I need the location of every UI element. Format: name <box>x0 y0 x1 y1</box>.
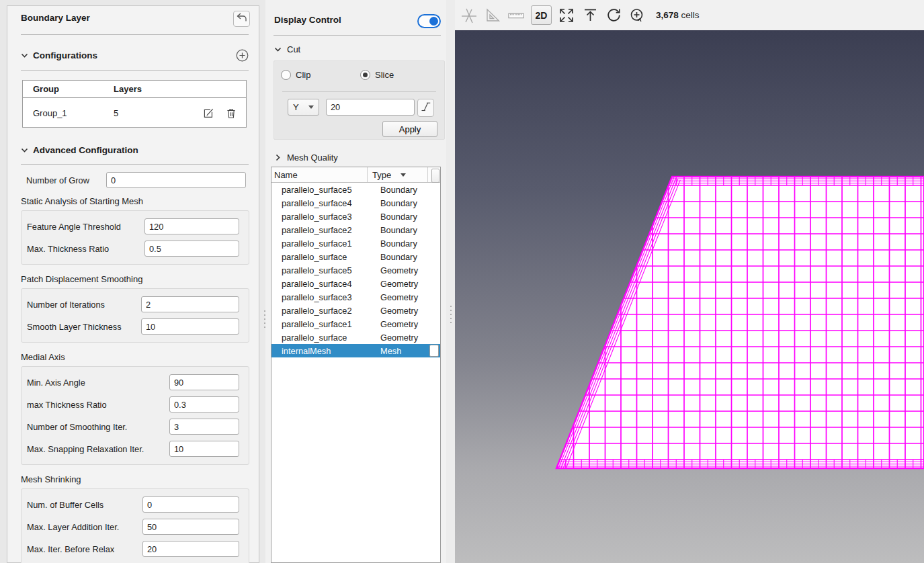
row-type: Boundary <box>380 212 440 222</box>
type-column-header[interactable]: Type <box>368 167 428 182</box>
table-row[interactable]: parallelo_surfaceGeometry <box>271 331 440 344</box>
row-type: Geometry <box>380 279 440 289</box>
axis-select[interactable]: Y <box>288 99 319 116</box>
field-label: Feature Angle Threshold <box>27 222 144 232</box>
reset-rotation-icon[interactable] <box>605 7 622 24</box>
table-row[interactable]: parallelo_surface2Geometry <box>271 304 440 317</box>
field-input[interactable] <box>141 296 239 312</box>
zoom-reset-icon[interactable] <box>628 7 646 24</box>
cut-value-input[interactable] <box>326 99 415 116</box>
flip-plane-icon <box>421 101 431 115</box>
splitter-handle[interactable] <box>448 306 454 323</box>
render-viewport[interactable] <box>455 30 924 563</box>
top-view-icon[interactable] <box>581 7 599 24</box>
slice-radio[interactable]: Slice <box>360 70 394 80</box>
fit-view-icon[interactable] <box>558 7 575 24</box>
number-of-grow-row: Number of Grow <box>26 172 246 188</box>
advanced-groups: Static Analysis of Starting MeshFeature … <box>21 196 249 563</box>
chevron-right-icon <box>274 154 281 161</box>
field-label: Max. Snapping Relaxation Iter. <box>27 444 169 454</box>
table-row[interactable]: parallelo_surface3Geometry <box>271 290 440 304</box>
group-box: Min. Axis Anglemax Thickness RatioNumber… <box>21 366 249 465</box>
field-label: Num. of Buffer Cells <box>27 500 142 510</box>
table-row[interactable]: parallelo_surface4Geometry <box>271 277 440 290</box>
surface-table: Name Type parallelo_surface5Boundarypara… <box>271 167 441 563</box>
field-label: Max. Thickness Ratio <box>27 244 144 254</box>
row-type: Geometry <box>380 333 440 343</box>
field-input[interactable] <box>144 241 239 257</box>
color-swatch[interactable] <box>429 345 439 357</box>
row-name: parallelo_surface1 <box>271 319 380 329</box>
table-row[interactable]: parallelo_surfaceBoundary <box>271 250 440 263</box>
row-type: Boundary <box>380 239 440 249</box>
table-row[interactable]: internalMeshMesh <box>271 344 440 357</box>
display-toggle[interactable] <box>417 14 441 28</box>
layers-column-header: Layers <box>114 84 246 94</box>
row-name: parallelo_surface2 <box>271 306 380 316</box>
advanced-section-header[interactable]: Advanced Configuration <box>21 142 249 157</box>
field-input[interactable] <box>141 318 239 335</box>
panel-title: Display Control <box>274 15 341 25</box>
table-row[interactable]: Group_1 5 <box>23 98 246 128</box>
axis-value: Y <box>293 102 299 112</box>
group-box: Feature Angle ThresholdMax. Thickness Ra… <box>21 210 249 265</box>
field-label: Max. Layer Addition Iter. <box>27 522 142 532</box>
row-name: parallelo_surface3 <box>271 292 380 302</box>
application-window: Boundary Layer Configurations Gro <box>0 0 924 563</box>
table-row[interactable]: parallelo_surface1Geometry <box>271 317 440 331</box>
divider <box>21 34 249 35</box>
set-square-icon <box>484 7 501 24</box>
configurations-section-header[interactable]: Configurations <box>21 48 249 62</box>
field-input[interactable] <box>169 441 239 457</box>
clip-label: Clip <box>296 70 310 80</box>
table-row[interactable]: parallelo_surface5Geometry <box>271 263 440 277</box>
row-name: parallelo_surface <box>271 252 380 262</box>
field-row: Min. Axis Angle <box>27 374 239 390</box>
field-row: Max. Iter. Before Relax <box>27 541 239 557</box>
edit-icon[interactable] <box>202 107 214 119</box>
field-input[interactable] <box>144 218 239 234</box>
table-row[interactable]: parallelo_surface5Boundary <box>271 183 440 196</box>
number-of-grow-input[interactable] <box>106 172 246 188</box>
panel-splitter[interactable] <box>260 0 265 563</box>
clip-radio[interactable]: Clip <box>281 70 360 80</box>
field-row: Num. of Buffer Cells <box>27 496 239 513</box>
table-scrollbar-thumb[interactable] <box>431 169 439 183</box>
field-input[interactable] <box>142 519 239 535</box>
undo-button[interactable] <box>233 11 250 27</box>
panel-title: Boundary Layer <box>21 13 90 23</box>
group-name: Group_1 <box>23 108 114 118</box>
field-input[interactable] <box>142 541 239 557</box>
table-row[interactable]: parallelo_surface4Boundary <box>271 196 440 210</box>
field-input[interactable] <box>169 396 239 413</box>
field-input[interactable] <box>142 496 239 513</box>
cut-box: Clip Slice Y Apply <box>274 60 445 140</box>
name-column-header[interactable]: Name <box>271 167 368 182</box>
field-input[interactable] <box>169 419 239 435</box>
slice-label: Slice <box>375 70 394 80</box>
add-configuration-button[interactable] <box>235 48 249 62</box>
panel-splitter[interactable] <box>446 0 455 563</box>
field-row: Number of Iterations <box>27 296 239 312</box>
apply-button[interactable]: Apply <box>382 121 437 137</box>
cut-section-header[interactable]: Cut <box>274 42 436 56</box>
configurations-table: Group Layers Group_1 5 <box>22 80 247 128</box>
field-row: Number of Smoothing Iter. <box>27 419 239 435</box>
table-header: Name Type <box>271 167 440 183</box>
divider <box>274 35 441 36</box>
table-row[interactable]: parallelo_surface1Boundary <box>271 236 440 250</box>
section-title: Advanced Configuration <box>33 145 138 155</box>
field-input[interactable] <box>169 374 239 390</box>
table-row[interactable]: parallelo_surface2Boundary <box>271 223 440 236</box>
row-name: parallelo_surface <box>271 333 380 343</box>
group-column-header: Group <box>23 84 114 94</box>
row-name: parallelo_surface1 <box>271 239 380 249</box>
axes-icon <box>460 7 478 24</box>
table-row[interactable]: parallelo_surface3Boundary <box>271 210 440 223</box>
delete-icon[interactable] <box>226 107 237 119</box>
flip-plane-button[interactable] <box>417 99 434 117</box>
field-label: Min. Axis Angle <box>27 378 169 388</box>
mode-2d-button[interactable]: 2D <box>531 5 552 25</box>
mesh-quality-section-header[interactable]: Mesh Quality <box>274 150 436 165</box>
mesh-svg <box>455 30 924 563</box>
